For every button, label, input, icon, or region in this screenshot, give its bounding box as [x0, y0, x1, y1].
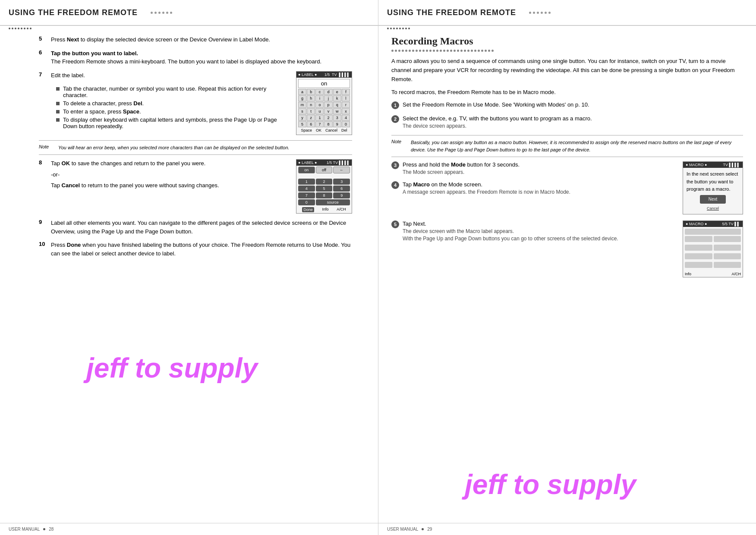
circle-2: 2: [391, 115, 399, 123]
intro-text-2: To record macros, the Freedom Remote has…: [391, 88, 743, 97]
header-dot-r3: [537, 12, 539, 14]
left-footer-page: 28: [49, 527, 54, 532]
circle-4: 4: [391, 181, 399, 189]
key-n: n: [307, 102, 315, 108]
d4: [18, 28, 19, 29]
sd29: [488, 50, 490, 52]
dr6: [402, 28, 404, 29]
sd17: [447, 50, 449, 52]
key-g: g: [298, 95, 306, 101]
right-footer-page: 29: [427, 527, 432, 532]
step-6-number: 6: [39, 49, 47, 56]
key-b: b: [307, 89, 315, 95]
macro-screen-1: ● MACRO ● TV ▌▌▌▌ In the next screen sel…: [683, 161, 743, 214]
header-dot-r4: [541, 12, 543, 14]
panel-header-right: 1/5 TV ▌▌▌▌: [327, 160, 350, 165]
panel-btn-back: ←: [333, 167, 350, 173]
panel-done: Done: [302, 207, 314, 212]
sd10: [422, 50, 425, 52]
panel-btn-on: on: [298, 167, 315, 173]
panel-btn-row-1: on off ←: [296, 166, 352, 174]
step-10-number: 10: [39, 241, 47, 247]
numpad-8: 8: [316, 192, 333, 198]
section-title: Recording Macros: [391, 35, 743, 47]
dr3: [393, 28, 395, 29]
d1: [9, 28, 10, 29]
note-1-label: Note: [39, 144, 54, 151]
macro-row-5a: [685, 262, 712, 268]
right-step-1-content: Set the Freedom Remote in Use Mode. See …: [403, 101, 743, 108]
steps-3-4-col: 3 Press and hold the Mode button for 3 s…: [391, 161, 678, 214]
key-9: 9: [333, 121, 341, 127]
macro-next-btn: Next: [700, 195, 726, 204]
left-page: USING THE FREEDOM REMOTE 5 Press Next to…: [0, 0, 378, 535]
sd7: [412, 50, 414, 52]
circle-3: 3: [391, 161, 399, 169]
key-e: e: [333, 89, 341, 95]
macro-header-left: ● MACRO ●: [686, 163, 707, 167]
sd15: [440, 50, 442, 52]
key-u: u: [315, 108, 324, 114]
step-8-with-image: 8 Tap OK to save the changes and return …: [39, 159, 352, 214]
label-screen-body: on a b c d e f g h i j k l m: [296, 78, 352, 135]
sd27: [481, 50, 483, 52]
sd20: [457, 50, 459, 52]
sd11: [426, 50, 428, 52]
panel-footer: Done Info A/CH: [296, 206, 352, 213]
sub-bullet-3: To enter a space, press Space.: [56, 108, 292, 115]
macro-screen-2-header: ● MACRO ● 5/5 TV ▌▌: [683, 221, 743, 227]
left-footer-dot: [43, 528, 45, 530]
macro-footer-info: Info: [685, 272, 691, 276]
right-header-title: USING THE FREEDOM REMOTE: [387, 8, 516, 17]
circle-1: 1: [391, 101, 399, 109]
dr4: [396, 28, 398, 29]
key-h: h: [307, 95, 315, 101]
d5: [21, 28, 22, 29]
key-p: p: [324, 102, 332, 108]
step-10-content: Press Done when you have finished labeli…: [51, 241, 352, 258]
panel-btn-off: off: [316, 167, 333, 173]
right-step-5-content: Tap Next. The device screen with the Mac…: [403, 220, 678, 242]
right-step-4: 4 Tap Macro on the Mode screen. A messag…: [391, 181, 678, 195]
step-9-number: 9: [39, 219, 47, 225]
numpad-3: 3: [333, 179, 350, 185]
key-5: 5: [298, 121, 306, 127]
header-dot-5: [166, 12, 168, 14]
dr7: [405, 28, 407, 29]
macro-row-3b: [714, 245, 741, 251]
left-footer: USER MANUAL 28: [0, 523, 378, 535]
key-f: f: [342, 89, 350, 95]
header-dot-r2: [533, 12, 535, 14]
key-w: w: [333, 108, 341, 114]
sd8: [416, 50, 418, 52]
sd26: [478, 50, 480, 52]
sd13: [433, 50, 435, 52]
key-m: m: [298, 102, 306, 108]
intro-text: A macro allows you to send a sequence of…: [391, 57, 743, 84]
key-c: c: [315, 89, 324, 95]
step-10: 10 Press Done when you have finished lab…: [39, 241, 352, 258]
key-o: o: [315, 102, 324, 108]
header-dot-6: [170, 12, 172, 14]
sub-bullet-square-2: [56, 102, 60, 105]
left-content: 5 Press Next to display the selected dev…: [0, 31, 378, 523]
key-t: t: [307, 108, 315, 114]
key-x: x: [342, 108, 350, 114]
key-0: 0: [342, 121, 350, 127]
dotted-line-right: [378, 26, 756, 31]
right-footer: USER MANUAL 29: [378, 523, 756, 535]
footer-space: Space: [301, 128, 312, 132]
right-step-3-content: Press and hold the Mode button for 3 sec…: [403, 161, 678, 175]
footer-ok: OK: [316, 128, 321, 132]
step-6-content: Tap the button you want to label. The Fr…: [51, 49, 352, 66]
key-3: 3: [333, 115, 341, 121]
sd5: [405, 50, 407, 52]
macro-row-3a: [685, 245, 712, 251]
sd3: [398, 50, 400, 52]
key-l: l: [342, 95, 350, 101]
d2: [12, 28, 13, 29]
sub-bullet-square-3: [56, 110, 60, 113]
step-6: 6 Tap the button you want to label. The …: [39, 49, 352, 66]
right-step-2: 2 Select the device, e.g. TV, with the b…: [391, 115, 743, 129]
panel-screen-header: ● LABEL ● 1/5 TV ▌▌▌▌: [296, 160, 352, 166]
